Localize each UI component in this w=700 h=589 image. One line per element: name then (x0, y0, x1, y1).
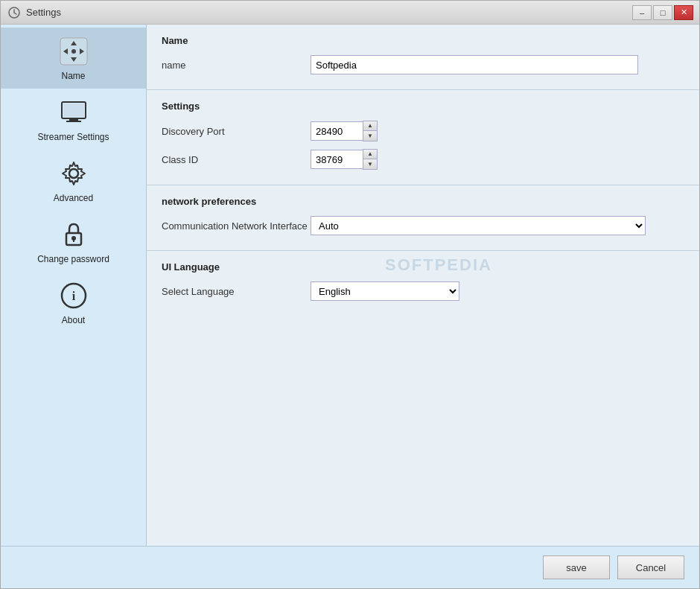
sidebar-item-about[interactable]: i About (1, 272, 146, 333)
class-id-label: Class ID (162, 154, 311, 165)
network-section: network preferences Communication Networ… (147, 185, 699, 251)
name-section-title: Name (162, 35, 684, 46)
sidebar-about-label: About (62, 315, 85, 325)
name-section: Name name (147, 25, 699, 90)
class-id-input[interactable] (311, 150, 363, 169)
name-field-row: name (162, 55, 684, 74)
discovery-port-input[interactable] (311, 121, 363, 141)
titlebar-controls: – □ ✕ (632, 5, 693, 20)
class-id-down[interactable]: ▼ (363, 159, 377, 169)
settings-section-title: Settings (162, 101, 684, 112)
sidebar-item-name[interactable]: Name (1, 28, 146, 89)
sidebar-advanced-label: Advanced (54, 193, 93, 203)
discovery-port-up[interactable]: ▲ (363, 121, 377, 131)
class-id-spinner: ▲ ▼ (311, 149, 378, 170)
content-area: Name Streamer Settings (1, 25, 699, 546)
sidebar-name-label: Name (61, 71, 85, 81)
save-button[interactable]: save (543, 555, 610, 579)
discovery-port-label: Discovery Port (162, 126, 311, 137)
sidebar-item-advanced[interactable]: Advanced (1, 150, 146, 211)
sidebar-item-streamer-settings[interactable]: Streamer Settings (1, 89, 146, 150)
drag-icon (57, 35, 90, 68)
class-id-up[interactable]: ▲ (363, 150, 377, 159)
monitor-icon (57, 96, 90, 129)
select-language-row: Select Language English German French Sp… (162, 281, 684, 301)
titlebar-left: Settings (7, 5, 61, 20)
language-select[interactable]: English German French Spanish Chinese (311, 281, 459, 301)
app-icon (7, 5, 22, 20)
class-id-row: Class ID ▲ ▼ (162, 149, 684, 170)
sidebar: Name Streamer Settings (1, 25, 147, 546)
window-title: Settings (26, 7, 61, 18)
class-id-spinners: ▲ ▼ (363, 149, 378, 170)
maximize-button[interactable]: □ (653, 5, 672, 20)
comm-network-select[interactable]: Auto eth0 eth1 wlan0 (311, 216, 646, 235)
main-panel: SOFTPEDIA Name name Settings Discovery P… (147, 25, 699, 546)
svg-rect-8 (69, 118, 78, 121)
cancel-button[interactable]: Cancel (617, 555, 684, 579)
discovery-port-row: Discovery Port ▲ ▼ (162, 121, 684, 141)
svg-text:i: i (71, 290, 75, 302)
ui-language-title: UI Language (162, 261, 684, 273)
comm-network-row: Communication Network Interface Auto eth… (162, 216, 684, 235)
lock-icon (57, 218, 90, 251)
svg-rect-9 (66, 121, 81, 122)
settings-section: Settings Discovery Port ▲ ▼ Class ID (147, 90, 699, 185)
network-section-title: network preferences (162, 196, 684, 207)
comm-network-label: Communication Network Interface (162, 220, 311, 232)
select-language-label: Select Language (162, 286, 311, 297)
name-label: name (162, 60, 311, 71)
sidebar-change-password-label: Change password (37, 254, 109, 264)
titlebar: Settings – □ ✕ (1, 1, 699, 25)
discovery-port-spinners: ▲ ▼ (363, 121, 378, 141)
info-icon: i (57, 279, 90, 312)
name-input[interactable] (311, 55, 638, 74)
svg-point-6 (71, 49, 76, 54)
settings-window: Settings – □ ✕ (0, 0, 700, 589)
svg-rect-10 (63, 104, 84, 117)
svg-point-11 (69, 169, 78, 178)
close-button[interactable]: ✕ (674, 5, 693, 20)
footer: save Cancel (1, 546, 699, 588)
discovery-port-down[interactable]: ▼ (363, 131, 377, 141)
discovery-port-spinner: ▲ ▼ (311, 121, 378, 141)
gear-icon (57, 157, 90, 190)
sidebar-streamer-label: Streamer Settings (37, 132, 109, 142)
svg-rect-14 (73, 238, 74, 242)
ui-language-section: UI Language Select Language English Germ… (147, 251, 699, 316)
minimize-button[interactable]: – (632, 5, 652, 20)
sidebar-item-change-password[interactable]: Change password (1, 211, 146, 272)
